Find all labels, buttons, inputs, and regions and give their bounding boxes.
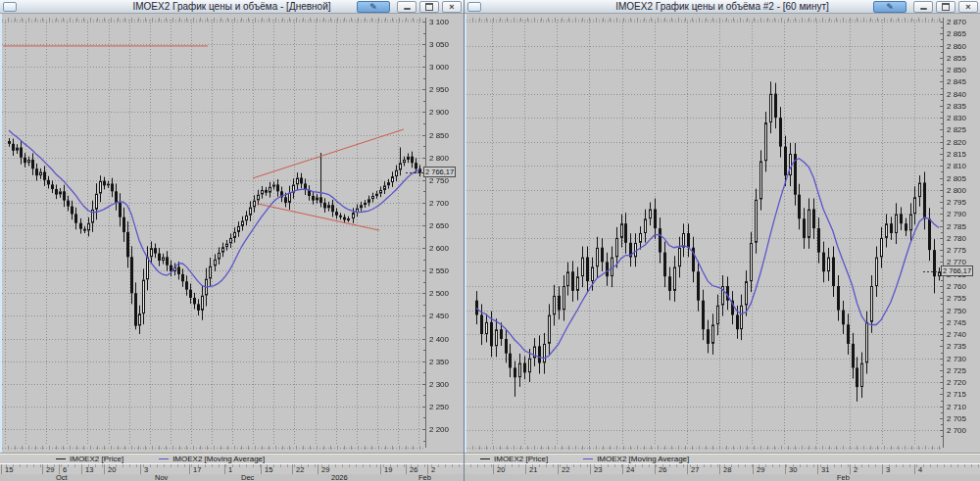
date-tick xyxy=(318,464,318,474)
date-label: 13 xyxy=(85,465,93,474)
date-label: 22 xyxy=(296,465,304,474)
legend-label: IMOEX2 [Moving Average] xyxy=(172,455,265,463)
date-label: 24 xyxy=(626,465,634,474)
date-label: 29 xyxy=(46,465,54,474)
date-tick xyxy=(655,464,656,474)
date-tick xyxy=(1,464,2,474)
legend-label: IMOEX2 [Price] xyxy=(494,455,548,463)
date-label: 31 xyxy=(821,465,829,474)
month-axis: OctNovDec2026Feb xyxy=(0,474,464,481)
date-label: 15 xyxy=(265,465,272,474)
close-button[interactable]: × xyxy=(958,1,978,13)
date-label: 2 xyxy=(431,465,435,474)
date-label: 27 xyxy=(691,465,699,474)
date-label: 20 xyxy=(108,465,116,474)
month-label: Feb xyxy=(418,473,431,481)
date-label: 23 xyxy=(594,465,602,474)
date-label: 17 xyxy=(193,465,201,474)
titlebar[interactable]: IMOEX2 График цены и объёма #2 - [60 мин… xyxy=(465,0,980,14)
date-tick xyxy=(224,464,225,474)
date-tick xyxy=(261,464,262,474)
date-label: 29 xyxy=(321,465,329,474)
panel-edge xyxy=(465,13,466,481)
titlebar[interactable]: IMOEX2 График цены и объёма - [Дневной] … xyxy=(0,0,464,14)
restore-button[interactable] xyxy=(419,1,439,13)
minimize-button[interactable] xyxy=(397,1,416,13)
date-label: 3 xyxy=(886,465,890,474)
month-label: Oct xyxy=(56,473,68,481)
pencil-icon: ✎ xyxy=(369,3,377,12)
close-icon: × xyxy=(965,3,970,11)
date-label: 26 xyxy=(410,465,417,474)
legend-label: IMOEX2 [Price] xyxy=(70,455,123,463)
legend-line-icon xyxy=(159,458,169,459)
month-label: Dec xyxy=(241,473,254,481)
legend-item: IMOEX2 [Moving Average] xyxy=(159,455,265,463)
date-label: 30 xyxy=(789,465,797,474)
date-label: 26 xyxy=(659,465,666,474)
date-tick xyxy=(850,464,851,474)
restore-button[interactable] xyxy=(936,1,956,13)
date-tick xyxy=(42,464,43,474)
last-price-box: 2 766,17 xyxy=(423,167,456,177)
legend-line-icon xyxy=(583,458,593,459)
draw-tool-button[interactable]: ✎ xyxy=(873,1,906,13)
price-chart-canvas[interactable] xyxy=(0,13,464,453)
minimize-icon xyxy=(404,4,411,10)
chart-window-hourly: IMOEX2 График цены и объёма #2 - [60 мин… xyxy=(465,0,980,481)
pencil-icon: ✎ xyxy=(886,3,894,12)
date-tick xyxy=(785,464,786,474)
month-label: Feb xyxy=(837,473,850,481)
date-tick xyxy=(622,464,623,474)
close-icon: × xyxy=(449,3,454,11)
month-label: Nov xyxy=(155,473,168,481)
date-tick xyxy=(914,464,915,474)
date-label: 2 xyxy=(854,465,858,474)
date-label: 28 xyxy=(723,465,731,474)
date-tick xyxy=(525,464,526,474)
date-tick xyxy=(493,464,494,474)
month-axis: Feb xyxy=(465,474,980,481)
draw-tool-button[interactable]: ✎ xyxy=(357,1,390,13)
date-tick xyxy=(687,464,688,474)
date-tick xyxy=(590,464,591,474)
date-label: 19 xyxy=(384,465,392,474)
month-label: 2026 xyxy=(331,473,348,481)
legend-item: IMOEX2 [Moving Average] xyxy=(583,455,689,463)
legend-line-icon xyxy=(480,458,490,459)
date-label: 4 xyxy=(918,465,922,474)
date-label: 1 xyxy=(228,465,232,474)
date-tick xyxy=(292,464,293,474)
minimize-icon xyxy=(920,4,927,10)
date-tick xyxy=(406,464,407,474)
date-label: 22 xyxy=(562,465,569,474)
panel-divider[interactable] xyxy=(464,0,465,481)
panel-edge xyxy=(0,13,2,481)
restore-icon xyxy=(942,3,950,11)
minimize-button[interactable] xyxy=(913,1,933,13)
date-label: 3 xyxy=(144,465,148,474)
date-label: 20 xyxy=(497,465,505,474)
legend-item: IMOEX2 [Price] xyxy=(56,455,123,463)
date-tick xyxy=(558,464,559,474)
date-tick xyxy=(882,464,883,474)
chart-window-daily: IMOEX2 График цены и объёма - [Дневной] … xyxy=(0,0,464,481)
legend-line-icon xyxy=(56,458,66,459)
legend-label: IMOEX2 [Moving Average] xyxy=(597,455,689,463)
price-chart-canvas[interactable] xyxy=(465,13,980,453)
date-tick xyxy=(140,464,141,474)
date-label: 15 xyxy=(5,465,13,474)
date-tick xyxy=(380,464,381,474)
last-price-box: 2 766,17 xyxy=(941,265,973,276)
date-label: 21 xyxy=(529,465,537,474)
date-label: 29 xyxy=(757,465,764,474)
date-tick xyxy=(189,464,190,474)
date-tick xyxy=(753,464,754,474)
date-tick xyxy=(817,464,818,474)
close-button[interactable]: × xyxy=(442,1,462,13)
legend-item: IMOEX2 [Price] xyxy=(480,455,548,463)
date-tick xyxy=(104,464,105,474)
restore-icon xyxy=(425,3,433,11)
date-tick xyxy=(719,464,720,474)
date-tick xyxy=(81,464,82,474)
